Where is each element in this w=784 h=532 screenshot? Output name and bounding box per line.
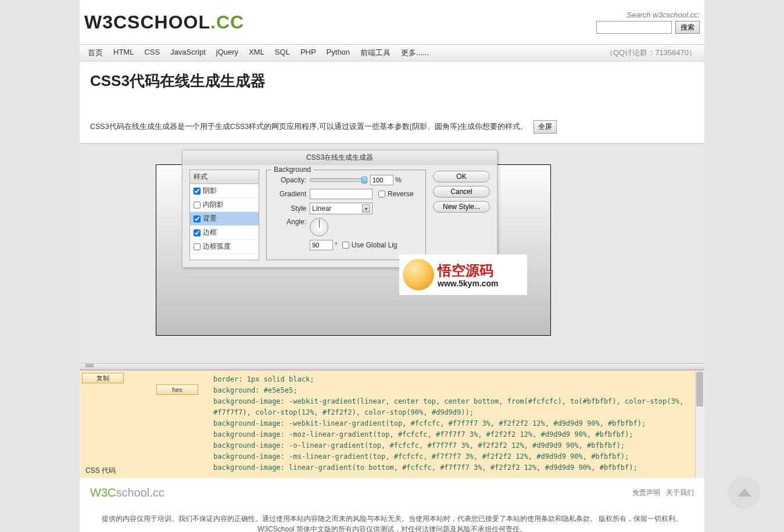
reverse-label: Reverse [388, 190, 414, 198]
nav-item[interactable]: JavaScript [170, 48, 206, 58]
footer-link[interactable]: 免责声明 [632, 488, 660, 497]
cancel-button[interactable]: Cancel [433, 186, 490, 197]
style-item[interactable]: 边框 [190, 226, 259, 240]
code-line: background-image: -webkit-linear-gradien… [202, 418, 704, 429]
css-label: CSS 代码 [85, 466, 202, 476]
ok-button[interactable]: OK [433, 171, 490, 182]
style-item-label: 阴影 [203, 186, 217, 196]
hamburger-icon [85, 364, 94, 369]
opacity-input[interactable] [370, 175, 393, 185]
angle-unit: ° [335, 241, 338, 249]
global-light-label: Use Global Lig [352, 241, 398, 249]
scrollbar-vertical[interactable] [695, 371, 704, 478]
nav-item[interactable]: XML [249, 48, 264, 58]
qq-group: （QQ讨论群：71358470） [606, 48, 696, 58]
tool-window: CSS3在线生成生成器 样式 阴影内阴影背景边框边框弧度 Background … [182, 150, 497, 268]
style-list: 样式 阴影内阴影背景边框边框弧度 [189, 170, 259, 260]
style-select[interactable]: Linear ▾ [310, 203, 373, 214]
tool-area: CSS3在线生成生成器 样式 阴影内阴影背景边框边框弧度 Background … [80, 143, 704, 363]
angle-dial[interactable] [310, 218, 328, 236]
nav-item[interactable]: CSS [144, 48, 160, 58]
fieldset-legend: Background [271, 166, 313, 174]
background-fieldset: Background Opacity: % Gradient Reverse [266, 170, 426, 260]
slider-thumb[interactable] [361, 177, 367, 184]
main-nav: 首页HTMLCSSJavaScriptjQueryXMLSQLPHPPython… [80, 44, 704, 62]
footer-link[interactable]: 关于我们 [666, 488, 694, 497]
gradient-label: Gradient [273, 190, 306, 198]
nav-item[interactable]: HTML [113, 48, 134, 58]
hex-button[interactable]: hex [156, 384, 198, 395]
opacity-label: Opacity: [273, 176, 306, 184]
resize-handle[interactable] [80, 363, 704, 370]
code-line: border: 1px solid black; [202, 374, 704, 385]
nav-item[interactable]: 首页 [88, 48, 103, 58]
search-button[interactable]: 搜索 [675, 21, 700, 34]
style-item[interactable]: 阴影 [190, 184, 259, 198]
style-item[interactable]: 边框弧度 [190, 240, 259, 254]
style-label: Style [273, 204, 306, 213]
opacity-slider[interactable] [310, 178, 367, 182]
code-line: background: #e5e5e5; [202, 385, 704, 396]
style-checkbox[interactable] [194, 188, 201, 195]
copy-button[interactable]: 复制 [82, 373, 124, 383]
footer: W3Cschool.cc 免责声明关于我们 提供的内容仅用于培训。我们不保证内容… [80, 478, 704, 532]
site-logo[interactable]: W3CSCHOOL.CC [84, 12, 244, 33]
footer-text-2: W3CSchool 简体中文版的所有内容仅供测试，对任何法律问题及风险不承担任何… [90, 524, 694, 532]
code-output[interactable]: border: 1px solid black;background: #e5e… [202, 371, 704, 478]
page-title: CSS3代码在线生成生成器 [90, 71, 694, 91]
footer-text-1: 提供的内容仅用于培训。我们不保证内容的正确性。通过使用本站内容随之而来的风险与本… [90, 513, 694, 524]
chevron-down-icon: ▾ [362, 204, 370, 213]
code-line: background-image: -webkit-gradient(linea… [202, 396, 704, 418]
search-label: Search w3cschool.cc: [596, 10, 700, 19]
tool-title: CSS3在线生成生成器 [182, 150, 497, 165]
code-line: background-image: -moz-linear-gradient(t… [202, 429, 704, 440]
style-checkbox[interactable] [194, 215, 201, 222]
new-style-button[interactable]: New Style... [433, 201, 490, 213]
fullscreen-button[interactable]: 全屏 [534, 120, 557, 134]
watermark: 悟空源码 www.5kym.com [399, 254, 527, 295]
watermark-url: www.5kym.com [438, 279, 499, 288]
scroll-thumb[interactable] [696, 372, 703, 407]
style-item-label: 内阴影 [203, 200, 224, 210]
style-item-label: 边框弧度 [203, 242, 231, 251]
search-area: Search w3cschool.cc: 搜索 [596, 10, 700, 34]
nav-item[interactable]: jQuery [216, 48, 238, 58]
style-checkbox[interactable] [194, 229, 201, 236]
search-input[interactable] [596, 21, 672, 34]
code-area: 复制 hex CSS 代码 border: 1px solid black;ba… [80, 370, 704, 478]
gradient-swatch[interactable] [310, 189, 373, 199]
nav-item[interactable]: SQL [275, 48, 290, 58]
scroll-top-button[interactable] [728, 476, 761, 509]
angle-label: Angle: [273, 218, 306, 226]
code-line: background-image: -o-linear-gradient(top… [202, 440, 704, 451]
reverse-checkbox[interactable] [378, 190, 385, 197]
watermark-title: 悟空源码 [438, 261, 499, 280]
style-item-label: 背景 [203, 214, 217, 224]
style-item[interactable]: 内阴影 [190, 198, 259, 212]
style-item[interactable]: 背景 [190, 212, 259, 226]
global-light-checkbox[interactable] [342, 242, 349, 249]
monkey-icon [403, 259, 434, 290]
page-desc: CSS3代码在线生成生成器是一个用于生成CSS3样式的网页应用程序,可以通过设置… [90, 122, 528, 132]
style-item-label: 边框 [203, 228, 217, 238]
style-list-header: 样式 [190, 170, 259, 184]
nav-item[interactable]: 前端工具 [360, 48, 391, 58]
code-line: background-image: linear-gradient(to bot… [202, 462, 704, 473]
code-line: background-image: -ms-linear-gradient(to… [202, 451, 704, 462]
footer-logo[interactable]: W3Cschool.cc [90, 486, 164, 499]
style-checkbox[interactable] [194, 243, 201, 250]
nav-item[interactable]: 更多...... [401, 48, 429, 58]
style-checkbox[interactable] [194, 202, 201, 209]
angle-input[interactable] [310, 240, 333, 250]
nav-item[interactable]: PHP [300, 48, 316, 58]
nav-item[interactable]: Python [327, 48, 350, 58]
opacity-unit: % [395, 176, 402, 184]
